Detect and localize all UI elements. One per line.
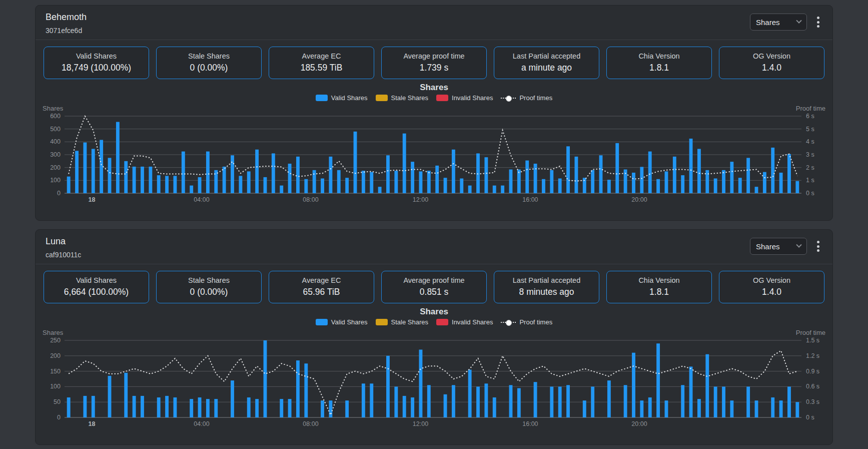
- stats-row: Valid Shares 6,664 (100.00%) Stale Share…: [44, 271, 824, 303]
- stat-label: Stale Shares: [160, 276, 258, 284]
- stat-label: Average proof time: [385, 52, 483, 60]
- stat-card-last-partial: Last Partial accepted 8 minutes ago: [494, 271, 599, 303]
- svg-text:5 s: 5 s: [806, 126, 814, 133]
- invalid-shares-swatch-icon: [436, 319, 448, 325]
- proof-times-dot-icon: [501, 95, 516, 102]
- svg-text:0: 0: [57, 414, 61, 421]
- stats-row: Valid Shares 18,749 (100.00%) Stale Shar…: [44, 47, 824, 79]
- harvester-name: Luna: [46, 236, 81, 247]
- svg-text:200: 200: [50, 352, 61, 359]
- legend-item-valid-shares[interactable]: Valid Shares: [316, 318, 368, 326]
- stale-shares-swatch-icon: [376, 95, 388, 101]
- legend-item-proof-times[interactable]: Proof times: [501, 318, 552, 326]
- stat-label: Chia Version: [610, 52, 708, 60]
- kebab-menu-icon[interactable]: [814, 238, 822, 254]
- svg-text:0 s: 0 s: [806, 414, 814, 421]
- stat-card-average-ec: Average EC 65.96 TiB: [269, 271, 374, 303]
- legend-item-stale-shares[interactable]: Stale Shares: [376, 94, 428, 102]
- stat-value: 18,749 (100.00%): [47, 63, 146, 73]
- stat-value: 65.96 TiB: [272, 287, 371, 297]
- svg-text:1 s: 1 s: [806, 177, 814, 184]
- legend-item-valid-shares[interactable]: Valid Shares: [316, 94, 368, 102]
- legend-item-invalid-shares[interactable]: Invalid Shares: [436, 318, 493, 326]
- svg-text:50: 50: [54, 398, 61, 405]
- svg-text:20:00: 20:00: [631, 420, 647, 427]
- svg-text:100: 100: [50, 177, 61, 184]
- stat-card-chia-version: Chia Version 1.8.1: [606, 271, 712, 303]
- shares-chart[interactable]: 2502001501005001.5 s1.2 s0.9 s0.6 s0.3 s…: [42, 336, 826, 429]
- stat-label: Valid Shares: [47, 276, 146, 284]
- stat-label: Chia Version: [610, 276, 708, 284]
- legend-item-stale-shares[interactable]: Stale Shares: [376, 318, 428, 326]
- svg-text:4 s: 4 s: [806, 138, 814, 145]
- stat-card-og-version: OG Version 1.4.0: [719, 47, 824, 79]
- stat-label: Average EC: [272, 52, 371, 60]
- chevron-down-icon: [796, 242, 801, 248]
- svg-text:18: 18: [89, 420, 96, 427]
- legend-item-invalid-shares[interactable]: Invalid Shares: [436, 94, 493, 102]
- svg-text:400: 400: [50, 138, 61, 145]
- dashboard: Behemoth 3071efce6d Shares Valid Shares …: [0, 0, 868, 448]
- harvester-id: caf910011c: [46, 251, 81, 259]
- stat-value: 1.8.1: [610, 287, 708, 297]
- valid-shares-swatch-icon: [316, 95, 328, 101]
- valid-shares-swatch-icon: [316, 319, 328, 325]
- stat-value: 0.851 s: [385, 287, 483, 297]
- chart-title: Shares: [36, 307, 832, 317]
- stale-shares-swatch-icon: [376, 319, 388, 325]
- chart-title: Shares: [36, 83, 832, 93]
- chart-view-select-value: Shares: [756, 18, 780, 27]
- svg-text:16:00: 16:00: [522, 420, 538, 427]
- chart-view-select[interactable]: Shares: [750, 238, 807, 255]
- stat-label: Last Partial accepted: [497, 276, 596, 284]
- harvester-name: Behemoth: [46, 12, 87, 23]
- svg-text:0.6 s: 0.6 s: [806, 383, 819, 390]
- svg-text:08:00: 08:00: [303, 196, 318, 203]
- svg-text:0: 0: [57, 190, 61, 197]
- svg-text:250: 250: [50, 337, 61, 344]
- stat-card-average-proof-time: Average proof time 1.739 s: [381, 47, 487, 79]
- stat-value: 1.8.1: [610, 63, 708, 73]
- stat-label: Stale Shares: [160, 52, 258, 60]
- stat-card-average-proof-time: Average proof time 0.851 s: [381, 271, 487, 303]
- svg-text:18: 18: [89, 196, 96, 203]
- stat-card-chia-version: Chia Version 1.8.1: [606, 47, 712, 79]
- stat-label: Valid Shares: [47, 52, 146, 60]
- svg-text:200: 200: [50, 164, 61, 171]
- chart-legend: Valid Shares Stale Shares Invalid Shares…: [36, 94, 832, 102]
- stat-value: a minute ago: [497, 63, 596, 73]
- left-axis-title: Shares: [43, 105, 63, 112]
- svg-text:12:00: 12:00: [413, 420, 428, 427]
- chart-view-select[interactable]: Shares: [750, 14, 807, 31]
- svg-text:500: 500: [50, 126, 61, 133]
- left-axis-title: Shares: [43, 329, 63, 336]
- chart-view-select-value: Shares: [756, 242, 780, 251]
- shares-chart[interactable]: 60050040030020010006 s5 s4 s3 s2 s1 s0 s…: [42, 112, 826, 205]
- stat-card-stale-shares: Stale Shares 0 (0.00%): [156, 47, 262, 79]
- stat-label: Last Partial accepted: [497, 52, 596, 60]
- stat-card-og-version: OG Version 1.4.0: [719, 271, 824, 303]
- svg-text:12:00: 12:00: [413, 196, 428, 203]
- svg-text:20:00: 20:00: [631, 196, 647, 203]
- stat-card-last-partial: Last Partial accepted a minute ago: [494, 47, 599, 79]
- svg-text:100: 100: [50, 383, 61, 390]
- svg-text:04:00: 04:00: [194, 196, 209, 203]
- svg-text:300: 300: [50, 151, 61, 158]
- stat-value: 1.4.0: [722, 63, 821, 73]
- stat-value: 0 (0.00%): [160, 287, 258, 297]
- harvester-id: 3071efce6d: [46, 27, 87, 35]
- stat-label: OG Version: [722, 52, 821, 60]
- stat-value: 185.59 TiB: [272, 63, 371, 73]
- svg-text:1.2 s: 1.2 s: [806, 352, 819, 359]
- panel-header: Luna caf910011c Shares: [36, 230, 832, 264]
- stat-card-stale-shares: Stale Shares 0 (0.00%): [156, 271, 262, 303]
- legend-item-proof-times[interactable]: Proof times: [501, 94, 552, 102]
- stat-value: 6,664 (100.00%): [47, 287, 146, 297]
- stat-value: 8 minutes ago: [497, 287, 596, 297]
- kebab-menu-icon[interactable]: [814, 14, 822, 30]
- stat-label: OG Version: [722, 276, 821, 284]
- svg-text:0.9 s: 0.9 s: [806, 368, 819, 375]
- svg-text:0.3 s: 0.3 s: [806, 398, 819, 405]
- stat-label: Average proof time: [385, 276, 483, 284]
- svg-text:3 s: 3 s: [806, 151, 814, 158]
